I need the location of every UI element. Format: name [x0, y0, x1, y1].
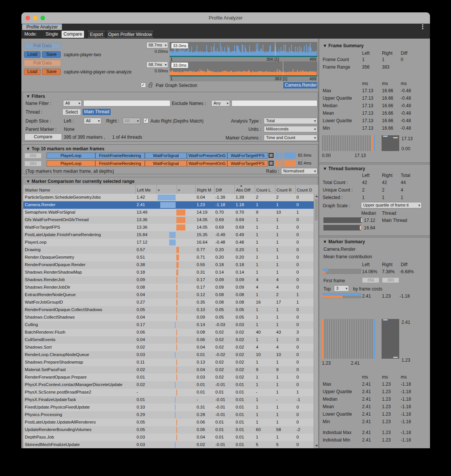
depth-left-dropdown[interactable]: All — [84, 118, 101, 124]
analysis-type-dropdown[interactable]: Total — [264, 118, 317, 124]
compare-button[interactable]: Compare — [24, 133, 62, 141]
table-row[interactable]: Shadows.Sort0.020.040.020.02440 — [23, 344, 314, 351]
frame-number-button[interactable]: 356 — [24, 153, 42, 159]
col-right-bar[interactable]: > — [178, 188, 180, 192]
save-left-button[interactable]: Save — [42, 51, 61, 58]
exclude-mode-dropdown[interactable]: Any — [211, 100, 230, 106]
table-row[interactable]: RenderForwardOpaque.CollectShadows0.050.… — [23, 306, 314, 314]
frame-number-button[interactable]: 383 — [24, 161, 42, 166]
col-count-delta[interactable]: Count D — [297, 188, 314, 192]
table-row[interactable]: WaitForTargetFPS13.3614.050.690.69110 — [23, 224, 314, 231]
col-right-median[interactable]: Right M — [197, 188, 213, 192]
table-row[interactable]: BatchRenderer.Flush0.060.080.020.0240433 — [23, 329, 314, 336]
name-filter-input[interactable] — [83, 100, 170, 106]
menu-kebab-icon[interactable] — [422, 24, 423, 29]
units-dropdown[interactable]: Milliseconds — [264, 126, 317, 132]
first-frame-left-button[interactable]: 356 — [362, 277, 379, 283]
frame-summary-histogram[interactable] — [322, 135, 376, 151]
scrollbar-thumb[interactable] — [315, 199, 318, 221]
top10-row[interactable]: 383PlayerLoopFinishFrameRenderingWaitFor… — [23, 160, 319, 167]
table-row[interactable]: PhysX.FinalizeUpdateTask0.01--0.010.011-… — [23, 396, 314, 404]
table-row[interactable]: PhysX.PxsContext.contactManagerDiscreteU… — [23, 381, 314, 389]
table-row[interactable]: Semaphore.WaitForSignal13.4914.190.700.7… — [23, 209, 314, 216]
col-count-right[interactable]: Count R — [277, 188, 295, 192]
marker-segment[interactable]: FinishFrameRendering — [95, 153, 145, 159]
table-scrollbar[interactable] — [314, 194, 318, 448]
table-row[interactable]: ParticleSystem.ScheduleGeometryJobs1.420… — [23, 194, 314, 201]
table-row[interactable]: SkinnedMeshFinalizeUpdate0.030.02-0.010.… — [23, 441, 314, 448]
y-axis-scale-left-dropdown[interactable]: 68.7ms — [146, 42, 168, 48]
table-row[interactable]: Render.OpaqueGeometry0.510.710.200.20110 — [23, 254, 314, 261]
pull-data-left-button[interactable]: Pull Data — [24, 43, 61, 49]
first-frame-right-button[interactable]: 383 — [382, 277, 399, 283]
graph-scale-dropdown[interactable]: Upper quartile of frame ti — [361, 202, 422, 208]
marker-segment[interactable]: PlayerLoop — [47, 153, 95, 159]
marker-segment[interactable]: WaitForTargetFPS — [227, 153, 268, 159]
frame-summary-boxplot[interactable] — [382, 135, 399, 151]
table-row[interactable]: Culling0.170.14-0.030.03110 — [23, 321, 314, 329]
top10-marker-bar[interactable]: PlayerLoopFinishFrameRenderingWaitForSig… — [47, 152, 296, 159]
table-row[interactable]: FixedUpdate.PhysicsFixedUpdate0.330.31-0… — [23, 404, 314, 411]
table-row[interactable]: WaitForJobGroupID0.270.350.080.0816171 — [23, 299, 314, 306]
table-row[interactable]: RenderForwardOpaque.Prepare0.010.030.020… — [23, 374, 314, 381]
table-row[interactable]: PhysX.ScScene.postBroadPhase2-0.010.010.… — [23, 389, 314, 396]
marker-segment[interactable]: WaitForSignal — [145, 160, 187, 166]
auto-right-checkbox[interactable] — [143, 118, 149, 123]
top10-marker-bar[interactable]: PlayerLoopFinishFrameRenderingWaitForSig… — [47, 160, 296, 167]
col-marker-name[interactable]: Marker Name — [25, 188, 50, 192]
lock-icon[interactable] — [148, 82, 153, 88]
save-right-button[interactable]: Save — [42, 69, 61, 75]
marker-summary-histogram[interactable] — [322, 319, 376, 359]
table-row[interactable]: PostLateUpdate.UpdateAllRenderers0.050.0… — [23, 419, 314, 426]
table-row[interactable]: PlayerLoop17.1216.64-0.480.48110 — [23, 239, 314, 246]
marker-segment[interactable]: WaitForTargetFPS — [227, 160, 268, 166]
top-n-dropdown[interactable]: 3 — [334, 285, 349, 292]
col-left-bar[interactable]: < — [158, 188, 160, 192]
table-row[interactable]: Shadows.RenderShadowMap0.180.310.140.141… — [23, 269, 314, 276]
tab-profile-analyzer[interactable]: Profile Analyzer — [22, 24, 62, 30]
table-row[interactable]: ExtractRenderNodeQueue0.040.120.080.0812… — [23, 291, 314, 299]
mode-single-button[interactable]: Single — [42, 31, 62, 38]
load-left-button[interactable]: Load — [24, 51, 41, 58]
table-row[interactable]: Shadows.RenderJobDir0.080.170.090.09440 — [23, 284, 314, 291]
marker-segment[interactable]: WaitForPresentOnG — [187, 153, 227, 159]
col-count-left[interactable]: Count L — [256, 188, 274, 192]
table-row[interactable]: RenderLoop.CleanupNodeQueue0.030.01-0.02… — [23, 351, 314, 359]
frame-graph-left[interactable]: 33.0ms — [170, 42, 317, 57]
pair-graph-selection-checkbox[interactable] — [141, 82, 146, 88]
marker-summary-boxplot[interactable] — [382, 319, 399, 359]
table-row[interactable]: CullSendEvents0.040.060.020.02110 — [23, 336, 314, 344]
col-left-median[interactable]: Left Me — [137, 188, 156, 192]
table-row[interactable]: Camera.Render2.411.23-1.181.18110 — [23, 201, 314, 209]
thread-select-button[interactable]: Select — [62, 109, 81, 115]
mode-compare-button[interactable]: Compare — [62, 31, 84, 38]
marker-segment[interactable]: WaitForSignal — [145, 153, 187, 159]
ratio-dropdown[interactable]: Normalised — [281, 168, 317, 174]
col-abs-diff[interactable]: Abs Diff — [236, 188, 255, 192]
table-row[interactable]: Gfx.WaitForPresentOnGfxThread13.3614.050… — [23, 216, 314, 224]
table-row[interactable]: Shadows.RenderJob0.090.170.090.09440 — [23, 276, 314, 284]
marker-segment[interactable]: FinishFrameRendering — [95, 160, 145, 166]
export-button[interactable]: Export — [87, 31, 105, 38]
scroll-down-icon[interactable] — [315, 445, 318, 447]
y-axis-scale-right-dropdown[interactable]: 68.7ms — [146, 61, 168, 68]
table-header[interactable]: Marker Name Left Me < > Right M Diff Abs… — [23, 185, 318, 194]
graph-selection-marker[interactable]: Camera.Render — [283, 82, 317, 88]
marker-segment[interactable]: WaitForPresentOnG — [187, 160, 227, 166]
name-filter-mode-dropdown[interactable]: All — [63, 100, 82, 106]
marker-segment[interactable]: PlayerLoop — [47, 160, 95, 166]
pull-data-right-button[interactable]: Pull Data — [24, 60, 61, 66]
selected-marker-box[interactable] — [269, 153, 274, 158]
table-row[interactable]: PostLateUpdate.FinishFrameRendering15.84… — [23, 231, 314, 239]
selected-marker-box[interactable] — [269, 161, 274, 166]
top10-row[interactable]: 356PlayerLoopFinishFrameRenderingWaitFor… — [23, 152, 319, 159]
exclude-names-input[interactable] — [232, 100, 317, 106]
depth-right-dropdown[interactable]: All — [123, 118, 140, 124]
table-row[interactable]: UpdateRendererBoundingVolumes0.050.060.0… — [23, 426, 314, 434]
frame-graph-right[interactable]: 33.0ms — [170, 61, 317, 76]
table-row[interactable]: RenderForwardOpaque.Render0.380.550.180.… — [23, 261, 314, 269]
table-row[interactable]: Drawing0.570.770.200.20110 — [23, 246, 314, 254]
table-row[interactable]: Physics.Processing0.290.28-0.010.01110 — [23, 411, 314, 419]
open-profiler-window-button[interactable]: Open Profiler Window — [106, 31, 154, 38]
col-diff[interactable]: Diff — [216, 188, 222, 192]
